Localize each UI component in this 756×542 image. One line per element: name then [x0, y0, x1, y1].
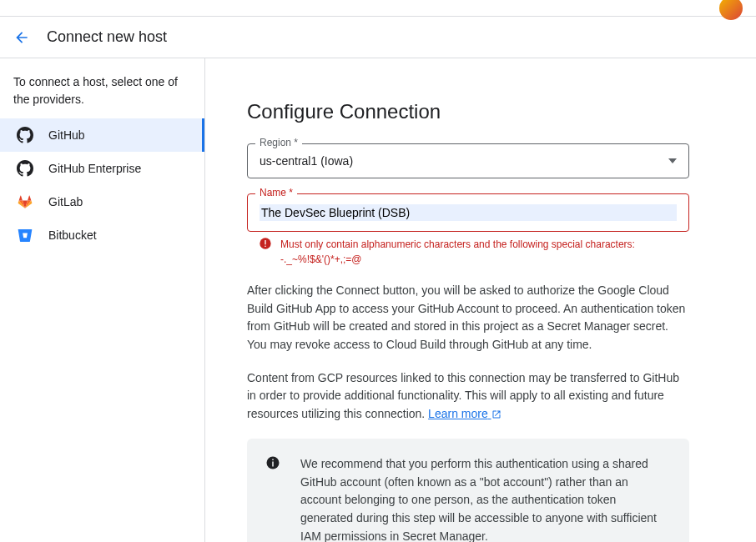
- sidebar-item-label: GitHub: [48, 128, 85, 142]
- sidebar: To connect a host, select one of the pro…: [0, 58, 205, 542]
- svg-rect-4: [272, 461, 274, 466]
- top-bar: [0, 0, 756, 17]
- description-1: After clicking the Connect button, you w…: [247, 282, 689, 354]
- name-label: Name *: [255, 187, 297, 198]
- github-icon: [17, 127, 33, 143]
- region-value: us-central1 (Iowa): [260, 154, 353, 168]
- error-icon: [259, 237, 272, 267]
- page-title: Connect new host: [47, 28, 167, 46]
- chevron-down-icon: [668, 158, 677, 163]
- sidebar-item-label: GitLab: [48, 195, 83, 208]
- sidebar-item-gitlab[interactable]: GitLab: [0, 185, 204, 218]
- sidebar-item-bitbucket[interactable]: Bitbucket: [0, 218, 204, 252]
- svg-rect-5: [272, 459, 274, 460]
- github-icon: [17, 160, 33, 177]
- back-arrow-icon[interactable]: [13, 29, 30, 46]
- gitlab-icon: [17, 193, 33, 210]
- info-text: We recommend that you perform this authe…: [300, 455, 671, 542]
- sidebar-item-label: Bitbucket: [48, 228, 97, 242]
- name-field[interactable]: Name * Must only contain alphanumeric ch…: [247, 193, 689, 267]
- sidebar-item-label: GitHub Enterprise: [48, 162, 141, 175]
- main-content: Configure Connection Region * us-central…: [205, 58, 739, 542]
- name-input[interactable]: [260, 204, 677, 221]
- svg-rect-2: [265, 246, 265, 247]
- main-heading: Configure Connection: [247, 100, 689, 123]
- sidebar-instruction: To connect a host, select one of the pro…: [0, 73, 204, 118]
- info-box: We recommend that you perform this authe…: [247, 439, 689, 542]
- region-label: Region *: [255, 137, 302, 148]
- name-error: Must only contain alphanumeric character…: [247, 232, 689, 267]
- sidebar-item-github-enterprise[interactable]: GitHub Enterprise: [0, 152, 204, 185]
- header-row: Connect new host: [0, 17, 756, 58]
- error-text: Must only contain alphanumeric character…: [280, 237, 689, 267]
- top-icons: [719, 0, 743, 20]
- avatar[interactable]: [719, 0, 743, 20]
- sidebar-item-github[interactable]: GitHub: [0, 118, 204, 152]
- info-icon: [265, 455, 280, 470]
- bitbucket-icon: [17, 227, 33, 243]
- region-field[interactable]: Region * us-central1 (Iowa): [247, 143, 689, 178]
- learn-more-link[interactable]: Learn more: [428, 407, 501, 420]
- description-2: Content from GCP resources linked to thi…: [247, 369, 689, 424]
- svg-rect-1: [265, 240, 265, 244]
